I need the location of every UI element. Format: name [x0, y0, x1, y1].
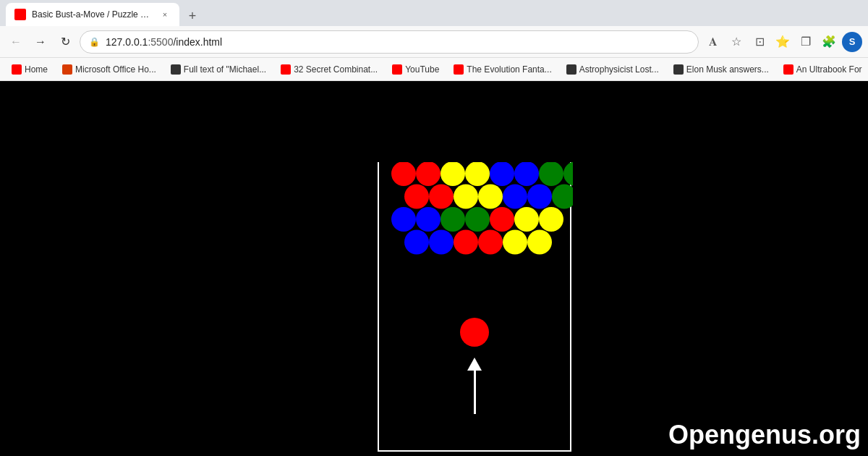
bubble	[503, 230, 527, 255]
translate-icon[interactable]: 𝐀	[703, 32, 723, 52]
favorites-icon[interactable]: ⭐	[773, 32, 793, 52]
bookmark-label: 32 Secret Combinat...	[294, 64, 378, 75]
bookmark-favicon	[566, 64, 576, 75]
split-view-icon[interactable]: ⊡	[749, 32, 770, 52]
bubble	[563, 162, 573, 186]
bubble	[391, 207, 416, 232]
tab-label: Basic Bust-a-Move / Puzzle Bobb	[32, 9, 153, 20]
bookmarks-bar: HomeMicrosoft Office Ho...Full text of "…	[0, 58, 868, 81]
bubble	[539, 162, 563, 186]
bookmark-label: An Ultrabook For	[796, 64, 862, 75]
tab-favicon	[14, 9, 26, 20]
tab-bar: Basic Bust-a-Move / Puzzle Bobb × +	[0, 0, 868, 26]
bubble	[441, 207, 465, 232]
bubble	[552, 185, 573, 209]
bubble	[416, 162, 441, 186]
bookmark-favicon	[392, 64, 402, 75]
bookmark-label: Astrophysicist Lost...	[579, 64, 659, 75]
bubble	[429, 230, 454, 255]
bookmark-label: Elon Musk answers...	[686, 64, 769, 75]
bookmark-favicon	[783, 64, 793, 75]
bubble	[527, 185, 552, 209]
toolbar-actions: 𝐀 ☆ ⊡ ⭐ ❐ 🧩 S	[703, 32, 862, 52]
bubble	[514, 207, 539, 232]
bubble	[391, 162, 416, 186]
bubble	[514, 162, 539, 186]
bookmark-favicon	[12, 64, 22, 75]
address-text: 127.0.0.1:5500/index.html	[106, 36, 222, 48]
bubble	[503, 185, 527, 209]
bubble	[429, 185, 454, 209]
bookmark-favicon	[171, 64, 181, 75]
bookmark-favicon	[454, 64, 464, 75]
bookmark-favicon	[673, 64, 684, 75]
bubble	[478, 185, 503, 209]
bookmark-item[interactable]: Astrophysicist Lost...	[561, 63, 665, 76]
collections-icon[interactable]: ❐	[796, 32, 816, 52]
bubble	[441, 162, 465, 186]
bookmark-item[interactable]: The Evolution Fanta...	[448, 63, 557, 76]
new-tab-button[interactable]: +	[182, 6, 203, 26]
extensions-icon[interactable]: 🧩	[819, 32, 839, 52]
refresh-button[interactable]: ↻	[55, 32, 75, 52]
bookmark-label: Full text of "Michael...	[184, 64, 266, 75]
page-content: Opengenus.org	[0, 81, 868, 456]
bookmark-item[interactable]: Elon Musk answers...	[668, 63, 775, 76]
game-area	[378, 162, 571, 452]
bookmark-icon[interactable]: ☆	[726, 32, 746, 52]
bookmark-item[interactable]: YouTube	[386, 63, 445, 76]
arrow-head	[467, 358, 482, 371]
arrow-stem	[474, 371, 476, 414]
lock-icon: 🔒	[89, 37, 100, 47]
bubble	[454, 230, 478, 255]
arrow-container	[467, 358, 482, 414]
back-button[interactable]: ←	[6, 32, 26, 52]
bubble	[416, 207, 441, 232]
bookmark-item[interactable]: Microsoft Office Ho...	[56, 63, 162, 76]
bookmark-label: Home	[25, 64, 48, 75]
bubble	[539, 207, 563, 232]
bubble	[490, 162, 514, 186]
bubble	[490, 207, 514, 232]
active-tab[interactable]: Basic Bust-a-Move / Puzzle Bobb ×	[6, 3, 179, 26]
profile-button[interactable]: S	[842, 32, 862, 52]
bookmark-label: Microsoft Office Ho...	[75, 64, 156, 75]
bookmark-favicon	[62, 64, 72, 75]
bubble	[404, 185, 429, 209]
watermark: Opengenus.org	[668, 420, 861, 450]
browser-chrome: Basic Bust-a-Move / Puzzle Bobb × + ← → …	[0, 0, 868, 81]
bookmark-item[interactable]: Full text of "Michael...	[165, 63, 272, 76]
bookmark-item[interactable]: An Ultrabook For	[778, 63, 868, 76]
bookmark-item[interactable]: Home	[6, 63, 54, 76]
bubbles-svg	[379, 162, 573, 307]
bookmark-favicon	[281, 64, 291, 75]
bubble	[465, 162, 490, 186]
address-bar[interactable]: 🔒 127.0.0.1:5500/index.html	[80, 30, 699, 54]
shooter-bubble	[460, 318, 489, 347]
bubble	[478, 230, 503, 255]
bookmark-item[interactable]: 32 Secret Combinat...	[275, 63, 383, 76]
bubble	[465, 207, 490, 232]
bubble	[404, 230, 429, 255]
forward-button[interactable]: →	[30, 32, 51, 52]
bookmark-label: YouTube	[405, 64, 439, 75]
bookmark-label: The Evolution Fanta...	[467, 64, 551, 75]
tab-close-button[interactable]: ×	[159, 9, 171, 20]
bubble	[454, 185, 478, 209]
toolbar: ← → ↻ 🔒 127.0.0.1:5500/index.html 𝐀 ☆ ⊡ …	[0, 26, 868, 58]
bubble	[527, 230, 552, 255]
